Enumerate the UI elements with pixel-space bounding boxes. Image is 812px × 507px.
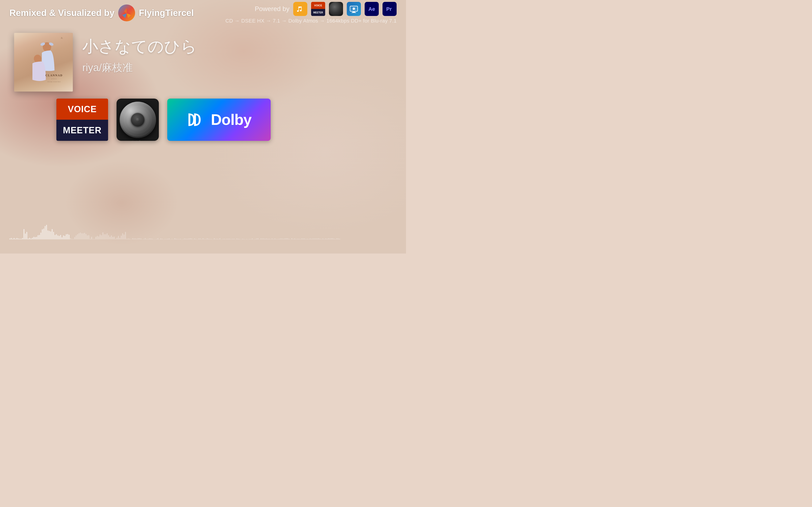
waveform-bar — [280, 238, 281, 239]
waveform-bar — [308, 239, 309, 239]
waveform-bar — [94, 239, 95, 239]
waveform-bar — [214, 238, 215, 239]
waveform-bar — [242, 239, 243, 239]
waveform-bar — [229, 239, 230, 239]
waveform-bar — [296, 239, 297, 239]
waveform-bar — [304, 238, 305, 239]
waveform-bar — [252, 238, 253, 239]
waveform-bar — [262, 238, 263, 239]
waveform-bar — [335, 239, 336, 239]
waveform-bar — [218, 239, 219, 239]
waveform-bar — [256, 238, 257, 239]
waveform-bar — [81, 233, 82, 239]
waveform-bar — [225, 239, 226, 239]
voicemeeter-logo-large: VOICE MEETER — [56, 99, 108, 141]
waveform-bar — [14, 238, 14, 239]
waveform-bar — [80, 233, 81, 239]
svg-text:Pr: Pr — [386, 6, 392, 12]
svg-rect-9 — [352, 12, 356, 13]
waveform-bar — [149, 238, 150, 239]
waveform-bar — [325, 238, 326, 239]
waveform-bar — [38, 235, 39, 239]
waveform-bar — [255, 239, 256, 239]
waveform-bar — [291, 238, 292, 239]
waveform-bar — [125, 232, 126, 239]
waveform-bar — [259, 239, 260, 239]
waveform-bar — [317, 238, 318, 239]
waveform-bar — [90, 239, 91, 239]
waveform-bar — [287, 238, 288, 239]
waveform-bar — [219, 238, 220, 239]
waveform-bar — [222, 239, 223, 239]
waveform-bar — [84, 233, 85, 239]
waveform-bar — [293, 239, 294, 239]
waveform-bar — [180, 239, 181, 239]
waveform-bar — [159, 239, 160, 239]
waveform-bar — [131, 239, 132, 239]
user-name-text: FlyingTiercel — [139, 8, 194, 18]
waveform-bar — [12, 239, 13, 239]
waveform-bar — [77, 234, 78, 239]
waveform-bar — [263, 238, 264, 239]
waveform-bar — [193, 239, 194, 239]
waveform-bar — [122, 233, 123, 239]
waveform-bar — [152, 239, 153, 239]
powered-by-row: Powered by VOICE MEETER — [255, 2, 397, 16]
dolby-logo-large: Dolby — [167, 99, 271, 141]
waveform-bar — [142, 239, 143, 239]
waveform-bar — [331, 238, 332, 239]
waveform-bar — [64, 236, 65, 239]
waveform-bar — [68, 235, 69, 239]
waveform-bar — [197, 239, 198, 239]
waveform-bar — [74, 237, 75, 239]
logic-pro-app-icon-sm — [329, 2, 343, 16]
waveform-bar — [16, 238, 17, 239]
waveform-bar — [9, 238, 10, 239]
waveform-bar — [156, 239, 157, 239]
waveform-bar — [52, 229, 53, 239]
song-info-row: CLANNAD クラナド ORIGINAL SOUNDTRACK Jr. 小さな… — [0, 28, 406, 92]
waveform-bar — [21, 239, 21, 239]
waveform-bar — [205, 239, 206, 239]
waveform-bar — [123, 234, 124, 239]
powered-by-section: Powered by VOICE MEETER — [225, 2, 397, 24]
waveform-bar — [59, 236, 60, 239]
waveform-bar — [29, 238, 30, 239]
waveform-bar — [215, 239, 216, 239]
waveform-bar — [253, 239, 254, 239]
waveform-bar — [46, 225, 47, 239]
waveform-bar — [160, 238, 161, 239]
waveform-bar — [177, 239, 178, 239]
waveform-bar — [100, 234, 101, 239]
waveform-bar — [36, 237, 37, 239]
powered-by-label: Powered by — [255, 5, 290, 13]
waveform-bar — [187, 239, 188, 239]
waveform-bar — [141, 238, 142, 239]
waveform-bar — [226, 239, 227, 239]
svg-point-18 — [34, 55, 41, 63]
svg-point-7 — [353, 7, 355, 10]
waveform-bar — [337, 238, 338, 239]
top-bar: Remixed & Visualized by FlyingTiercel Po… — [0, 0, 406, 26]
after-effects-icon-sm: Ae — [365, 2, 379, 16]
waveform-bar — [183, 239, 184, 239]
waveform-bar — [314, 238, 315, 239]
waveform-bar — [246, 239, 247, 239]
waveform-bar — [179, 239, 180, 239]
app-logos-row: VOICE MEETER Logic Pr — [0, 92, 406, 141]
svg-rect-8 — [352, 12, 355, 12]
waveform-bar — [328, 238, 329, 239]
waveform-bar — [35, 237, 36, 239]
waveform-bar — [321, 239, 322, 239]
waveform-bar — [282, 238, 283, 239]
svg-text:クラナド: クラナド — [51, 78, 57, 79]
waveform-bar — [15, 239, 16, 239]
svg-point-4 — [296, 5, 305, 13]
vm-top-text: VOICE — [68, 104, 97, 114]
waveform-bar — [311, 239, 312, 239]
waveform-bar — [273, 239, 274, 239]
waveform-bar — [290, 239, 291, 239]
waveform-bar — [145, 238, 146, 239]
waveform-bar — [126, 239, 128, 239]
remixed-by-text: Remixed & Visualized by — [9, 8, 114, 18]
